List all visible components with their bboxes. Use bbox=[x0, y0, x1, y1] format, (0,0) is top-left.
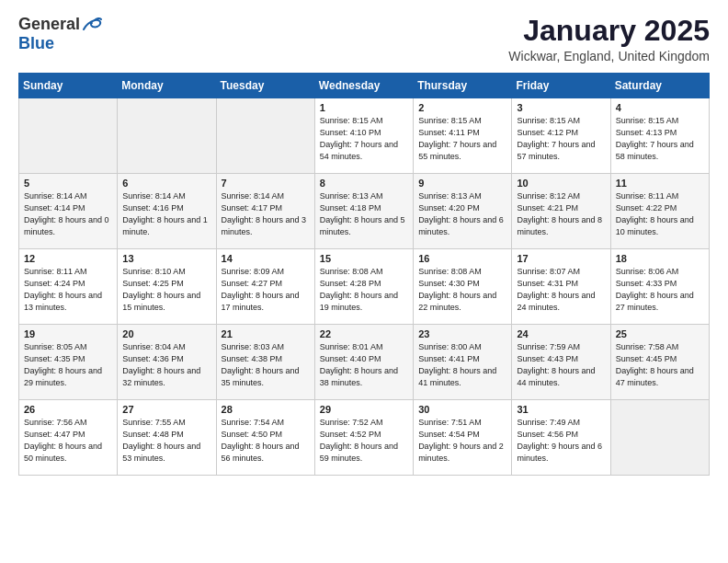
day-detail: Sunrise: 8:13 AMSunset: 4:18 PMDaylight:… bbox=[320, 191, 405, 236]
day-number: 2 bbox=[418, 102, 506, 113]
calendar-cell: 11Sunrise: 8:11 AMSunset: 4:22 PMDayligh… bbox=[610, 174, 709, 249]
day-detail: Sunrise: 8:00 AMSunset: 4:41 PMDaylight:… bbox=[418, 342, 496, 387]
day-number: 7 bbox=[222, 178, 310, 189]
calendar-cell: 15Sunrise: 8:08 AMSunset: 4:28 PMDayligh… bbox=[314, 249, 413, 325]
calendar-cell: 31Sunrise: 7:49 AMSunset: 4:56 PMDayligh… bbox=[512, 400, 610, 476]
calendar-cell: 12Sunrise: 8:11 AMSunset: 4:24 PMDayligh… bbox=[19, 249, 118, 325]
calendar-cell: 25Sunrise: 7:58 AMSunset: 4:45 PMDayligh… bbox=[610, 325, 709, 400]
calendar-cell: 23Sunrise: 8:00 AMSunset: 4:41 PMDayligh… bbox=[414, 325, 512, 400]
day-detail: Sunrise: 7:58 AMSunset: 4:45 PMDaylight:… bbox=[616, 342, 694, 387]
calendar-cell bbox=[118, 98, 216, 174]
header-row: SundayMondayTuesdayWednesdayThursdayFrid… bbox=[19, 74, 710, 98]
calendar-cell: 13Sunrise: 8:10 AMSunset: 4:25 PMDayligh… bbox=[118, 249, 216, 325]
day-number: 5 bbox=[24, 178, 112, 189]
header-cell-friday: Friday bbox=[512, 74, 610, 98]
day-number: 20 bbox=[122, 328, 210, 339]
day-detail: Sunrise: 8:15 AMSunset: 4:13 PMDaylight:… bbox=[616, 116, 694, 161]
calendar-cell: 19Sunrise: 8:05 AMSunset: 4:35 PMDayligh… bbox=[19, 325, 118, 400]
day-detail: Sunrise: 8:13 AMSunset: 4:20 PMDaylight:… bbox=[418, 191, 504, 236]
day-detail: Sunrise: 8:08 AMSunset: 4:28 PMDaylight:… bbox=[320, 267, 398, 312]
day-number: 26 bbox=[24, 404, 112, 415]
day-detail: Sunrise: 8:01 AMSunset: 4:40 PMDaylight:… bbox=[320, 342, 398, 387]
day-detail: Sunrise: 7:56 AMSunset: 4:47 PMDaylight:… bbox=[24, 418, 102, 463]
day-detail: Sunrise: 8:14 AMSunset: 4:17 PMDaylight:… bbox=[222, 191, 307, 236]
day-number: 17 bbox=[517, 253, 605, 264]
day-detail: Sunrise: 8:06 AMSunset: 4:33 PMDaylight:… bbox=[616, 267, 694, 312]
day-number: 12 bbox=[24, 253, 112, 264]
day-number: 3 bbox=[517, 102, 605, 113]
header-cell-saturday: Saturday bbox=[610, 74, 709, 98]
header-cell-wednesday: Wednesday bbox=[314, 74, 413, 98]
day-number: 14 bbox=[222, 253, 310, 264]
calendar-cell: 28Sunrise: 7:54 AMSunset: 4:50 PMDayligh… bbox=[216, 400, 314, 476]
day-detail: Sunrise: 8:07 AMSunset: 4:31 PMDaylight:… bbox=[517, 267, 595, 312]
day-detail: Sunrise: 7:54 AMSunset: 4:50 PMDaylight:… bbox=[222, 418, 300, 463]
day-number: 29 bbox=[320, 404, 408, 415]
day-number: 1 bbox=[320, 102, 408, 113]
week-row-1: 1Sunrise: 8:15 AMSunset: 4:10 PMDaylight… bbox=[19, 98, 710, 174]
day-detail: Sunrise: 7:49 AMSunset: 4:56 PMDaylight:… bbox=[517, 418, 602, 463]
day-number: 25 bbox=[616, 328, 704, 339]
calendar-cell: 4Sunrise: 8:15 AMSunset: 4:13 PMDaylight… bbox=[610, 98, 709, 174]
day-detail: Sunrise: 7:55 AMSunset: 4:48 PMDaylight:… bbox=[122, 418, 200, 463]
calendar-cell: 7Sunrise: 8:14 AMSunset: 4:17 PMDaylight… bbox=[216, 174, 314, 249]
day-detail: Sunrise: 8:05 AMSunset: 4:35 PMDaylight:… bbox=[24, 342, 102, 387]
calendar-cell: 10Sunrise: 8:12 AMSunset: 4:21 PMDayligh… bbox=[512, 174, 610, 249]
calendar-cell bbox=[216, 98, 314, 174]
week-row-3: 12Sunrise: 8:11 AMSunset: 4:24 PMDayligh… bbox=[19, 249, 710, 325]
day-detail: Sunrise: 7:59 AMSunset: 4:43 PMDaylight:… bbox=[517, 342, 595, 387]
main-title: January 2025 bbox=[508, 15, 710, 47]
calendar-cell: 8Sunrise: 8:13 AMSunset: 4:18 PMDaylight… bbox=[314, 174, 413, 249]
day-detail: Sunrise: 8:08 AMSunset: 4:30 PMDaylight:… bbox=[418, 267, 496, 312]
day-detail: Sunrise: 8:11 AMSunset: 4:24 PMDaylight:… bbox=[24, 267, 102, 312]
day-number: 16 bbox=[418, 253, 506, 264]
calendar-cell: 22Sunrise: 8:01 AMSunset: 4:40 PMDayligh… bbox=[314, 325, 413, 400]
logo-general-text: General bbox=[18, 15, 80, 34]
day-number: 22 bbox=[320, 328, 408, 339]
week-row-5: 26Sunrise: 7:56 AMSunset: 4:47 PMDayligh… bbox=[19, 400, 710, 476]
calendar-cell bbox=[610, 400, 709, 476]
day-detail: Sunrise: 8:15 AMSunset: 4:11 PMDaylight:… bbox=[418, 116, 496, 161]
day-number: 30 bbox=[418, 404, 506, 415]
day-number: 15 bbox=[320, 253, 408, 264]
calendar-cell: 17Sunrise: 8:07 AMSunset: 4:31 PMDayligh… bbox=[512, 249, 610, 325]
calendar-cell: 27Sunrise: 7:55 AMSunset: 4:48 PMDayligh… bbox=[118, 400, 216, 476]
calendar-cell: 21Sunrise: 8:03 AMSunset: 4:38 PMDayligh… bbox=[216, 325, 314, 400]
header-cell-tuesday: Tuesday bbox=[216, 74, 314, 98]
calendar-cell: 18Sunrise: 8:06 AMSunset: 4:33 PMDayligh… bbox=[610, 249, 709, 325]
day-detail: Sunrise: 8:14 AMSunset: 4:16 PMDaylight:… bbox=[122, 191, 208, 236]
week-row-4: 19Sunrise: 8:05 AMSunset: 4:35 PMDayligh… bbox=[19, 325, 710, 400]
day-detail: Sunrise: 8:10 AMSunset: 4:25 PMDaylight:… bbox=[122, 267, 200, 312]
header-cell-monday: Monday bbox=[118, 74, 216, 98]
day-number: 10 bbox=[517, 178, 605, 189]
day-number: 18 bbox=[616, 253, 704, 264]
calendar-cell: 20Sunrise: 8:04 AMSunset: 4:36 PMDayligh… bbox=[118, 325, 216, 400]
calendar-cell: 6Sunrise: 8:14 AMSunset: 4:16 PMDaylight… bbox=[118, 174, 216, 249]
day-number: 11 bbox=[616, 178, 704, 189]
day-number: 28 bbox=[222, 404, 310, 415]
calendar-cell: 1Sunrise: 8:15 AMSunset: 4:10 PMDaylight… bbox=[314, 98, 413, 174]
day-detail: Sunrise: 8:14 AMSunset: 4:14 PMDaylight:… bbox=[24, 191, 109, 236]
day-detail: Sunrise: 8:03 AMSunset: 4:38 PMDaylight:… bbox=[222, 342, 300, 387]
week-row-2: 5Sunrise: 8:14 AMSunset: 4:14 PMDaylight… bbox=[19, 174, 710, 249]
header-cell-sunday: Sunday bbox=[19, 74, 118, 98]
calendar-cell: 16Sunrise: 8:08 AMSunset: 4:30 PMDayligh… bbox=[414, 249, 512, 325]
calendar-cell: 5Sunrise: 8:14 AMSunset: 4:14 PMDaylight… bbox=[19, 174, 118, 249]
day-number: 23 bbox=[418, 328, 506, 339]
page: General Blue January 2025 Wickwar, Engla… bbox=[0, 0, 728, 485]
day-number: 31 bbox=[517, 404, 605, 415]
day-number: 21 bbox=[222, 328, 310, 339]
subtitle: Wickwar, England, United Kingdom bbox=[508, 49, 710, 63]
header: General Blue January 2025 Wickwar, Engla… bbox=[18, 15, 710, 63]
logo: General Blue bbox=[18, 15, 102, 53]
day-detail: Sunrise: 8:12 AMSunset: 4:21 PMDaylight:… bbox=[517, 191, 602, 236]
calendar-cell: 14Sunrise: 8:09 AMSunset: 4:27 PMDayligh… bbox=[216, 249, 314, 325]
calendar-cell: 2Sunrise: 8:15 AMSunset: 4:11 PMDaylight… bbox=[414, 98, 512, 174]
calendar-cell: 30Sunrise: 7:51 AMSunset: 4:54 PMDayligh… bbox=[414, 400, 512, 476]
calendar-cell bbox=[19, 98, 118, 174]
day-detail: Sunrise: 8:15 AMSunset: 4:10 PMDaylight:… bbox=[320, 116, 398, 161]
day-number: 6 bbox=[122, 178, 210, 189]
day-detail: Sunrise: 8:09 AMSunset: 4:27 PMDaylight:… bbox=[222, 267, 300, 312]
day-detail: Sunrise: 8:15 AMSunset: 4:12 PMDaylight:… bbox=[517, 116, 595, 161]
day-detail: Sunrise: 7:51 AMSunset: 4:54 PMDaylight:… bbox=[418, 418, 504, 463]
